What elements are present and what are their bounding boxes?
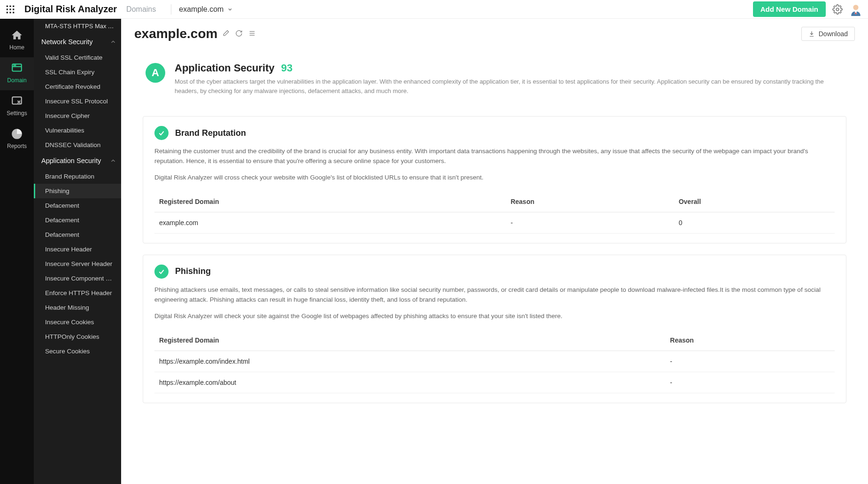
table-row: https://example.com/index.html-	[154, 351, 835, 372]
sidebar-item-defacement[interactable]: Defacement	[34, 213, 121, 227]
table-cell: -	[665, 372, 835, 393]
breadcrumb-separator	[171, 4, 171, 15]
table-header: Registered Domain	[154, 191, 506, 212]
hero-score: 93	[281, 62, 292, 74]
list-icon[interactable]	[248, 30, 257, 38]
sidebar-item-valid-ssl-certificate[interactable]: Valid SSL Certificate	[34, 50, 121, 65]
section-body: Digital Risk Analyzer will check your si…	[154, 312, 835, 321]
sidebar-item-defacement[interactable]: Defacement	[34, 227, 121, 242]
nav-domain-label: Domain	[0, 77, 34, 84]
table-row: example.com-0	[154, 212, 835, 233]
brand-title: Digital Risk Analyzer	[24, 4, 117, 15]
edit-icon[interactable]	[222, 30, 230, 38]
sidebar-item-ssl-chain-expiry[interactable]: SSL Chain Expiry	[34, 65, 121, 79]
sidebar-item-phishing[interactable]: Phishing	[34, 184, 121, 198]
table-header: Reason	[506, 191, 674, 212]
sidebar-item-insecure-cipher[interactable]: Insecure Cipher	[34, 109, 121, 123]
hero-card: A Application Security 93 Most of the cy…	[134, 53, 855, 105]
table-cell: 0	[674, 212, 835, 233]
sidebar-item-certificate-revoked[interactable]: Certificate Revoked	[34, 79, 121, 94]
table-cell: https://example.com/about	[154, 372, 665, 393]
reports-icon	[11, 128, 23, 140]
domain-icon	[11, 62, 23, 74]
svg-point-9	[836, 8, 839, 11]
check-badge-icon	[154, 265, 169, 279]
sidebar-item-insecure-header[interactable]: Insecure Header	[34, 242, 121, 257]
svg-rect-3	[7, 8, 8, 10]
svg-point-15	[15, 65, 15, 65]
section-table: Registered DomainReasonhttps://example.c…	[154, 330, 835, 393]
sidebar-item-insecure-component-he-[interactable]: Insecure Component He...	[34, 271, 121, 286]
section-phishing: PhishingPhishing attackers use emails, t…	[143, 255, 846, 403]
refresh-icon[interactable]	[235, 30, 244, 38]
domain-selector-label: example.com	[179, 5, 223, 14]
section-body: Retaining the customer trust and the cre…	[154, 147, 835, 166]
check-badge-icon	[154, 126, 169, 140]
table-cell: example.com	[154, 212, 506, 233]
breadcrumb[interactable]: Domains	[126, 5, 156, 14]
sidebar-item-partial[interactable]: MTA-STS HTTPS Max Age	[34, 19, 121, 33]
user-avatar[interactable]	[849, 3, 862, 16]
svg-rect-17	[250, 31, 255, 31]
svg-rect-5	[13, 8, 14, 10]
page-title: example.com	[134, 26, 217, 41]
sidebar[interactable]: MTA-STS HTTPS Max AgeNetwork SecurityVal…	[34, 19, 121, 484]
sidebar-item-insecure-cookies[interactable]: Insecure Cookies	[34, 315, 121, 329]
sidebar-item-vulnerabilities[interactable]: Vulnerabilities	[34, 123, 121, 138]
svg-rect-2	[13, 5, 14, 7]
sidebar-item-insecure-server-header[interactable]: Insecure Server Header	[34, 257, 121, 271]
domain-selector[interactable]: example.com	[179, 5, 233, 14]
sidebar-item-secure-cookies[interactable]: Secure Cookies	[34, 344, 121, 359]
chevron-down-icon	[227, 7, 233, 12]
sidebar-item-httponly-cookies[interactable]: HTTPOnly Cookies	[34, 329, 121, 344]
svg-rect-1	[9, 5, 11, 7]
svg-rect-7	[9, 12, 11, 13]
section-body: Phishing attackers use emails, text mess…	[154, 285, 835, 305]
nav-settings[interactable]: Settings	[0, 90, 34, 123]
nav-domain[interactable]: Domain	[0, 57, 34, 90]
section-brand-reputation: Brand ReputationRetaining the customer t…	[143, 116, 846, 243]
hero-description: Most of the cyber attackers target the v…	[175, 77, 844, 95]
nav-settings-label: Settings	[0, 110, 34, 117]
sidebar-item-brand-reputation[interactable]: Brand Reputation	[34, 169, 121, 184]
nav-home[interactable]: Home	[0, 24, 34, 57]
apps-grid-icon[interactable]	[6, 5, 15, 14]
svg-rect-18	[250, 33, 255, 33]
section-table: Registered DomainReasonOverallexample.co…	[154, 191, 835, 234]
main-content[interactable]: example.com Download A Applicati	[121, 19, 868, 484]
sidebar-item-defacement[interactable]: Defacement	[34, 198, 121, 213]
grade-badge: A	[146, 63, 165, 83]
table-row: https://example.com/about-	[154, 372, 835, 393]
table-header: Registered Domain	[154, 330, 665, 351]
svg-point-10	[853, 5, 858, 10]
sidebar-group-application-security[interactable]: Application Security	[34, 152, 121, 169]
table-header: Overall	[674, 191, 835, 212]
sidebar-group-network-security[interactable]: Network Security	[34, 33, 121, 50]
download-button[interactable]: Download	[801, 27, 855, 41]
vertical-nav: Home Domain Settings Reports	[0, 19, 34, 484]
sidebar-item-enforce-https-header[interactable]: Enforce HTTPS Header	[34, 286, 121, 300]
table-header: Reason	[665, 330, 835, 351]
sidebar-item-insecure-ssl-protocol[interactable]: Insecure SSL Protocol	[34, 94, 121, 109]
download-label: Download	[819, 30, 848, 38]
svg-rect-19	[250, 35, 255, 35]
add-new-domain-button[interactable]: Add New Domain	[753, 1, 826, 17]
sidebar-item-dnssec-validation[interactable]: DNSSEC Validation	[34, 138, 121, 152]
section-title: Brand Reputation	[175, 128, 246, 138]
sidebar-group-label: Network Security	[41, 38, 93, 46]
chevron-up-icon	[110, 157, 116, 164]
svg-rect-0	[7, 5, 8, 7]
section-title: Phishing	[175, 266, 211, 276]
topbar: Digital Risk Analyzer Domains example.co…	[0, 0, 868, 19]
svg-rect-8	[13, 12, 14, 13]
svg-rect-6	[7, 12, 8, 13]
section-body: Digital Risk Analyzer will cross check y…	[154, 173, 835, 183]
home-icon	[11, 29, 23, 41]
sidebar-group-label: Application Security	[41, 157, 101, 164]
gear-icon[interactable]	[832, 4, 843, 15]
chevron-up-icon	[110, 39, 116, 45]
sidebar-item-header-missing[interactable]: Header Missing	[34, 300, 121, 315]
nav-reports[interactable]: Reports	[0, 123, 34, 156]
nav-reports-label: Reports	[0, 143, 34, 149]
svg-point-14	[14, 65, 14, 65]
